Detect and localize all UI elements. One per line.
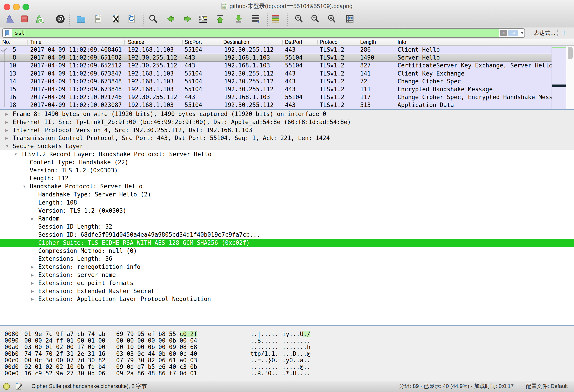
status-profile[interactable]: 配置文件: Default (526, 380, 568, 392)
detail-row[interactable]: Session ID Length: 32 (0, 223, 574, 231)
filter-bookmark-button[interactable] (4, 30, 11, 37)
zoom-in-button[interactable] (294, 14, 305, 25)
capture-comment-button[interactable] (15, 383, 23, 392)
hex-row[interactable]: 00d0 02 01 02 02 10 0b fd b4 09 0a d7 b5… (0, 364, 574, 370)
zoom-out-button[interactable] (310, 14, 321, 25)
filter-apply-button[interactable]: ➜ (508, 30, 518, 37)
column-header-srcport[interactable]: SrcPort (184, 39, 202, 45)
packet-list-pane[interactable]: 5 2017-04-09 11:02:09.408461 192.168.1.1… (0, 46, 552, 109)
detail-row[interactable]: Length: 108 (0, 199, 574, 207)
expander-icon[interactable]: ▼ (5, 142, 12, 150)
expander-icon[interactable]: ▶ (5, 118, 12, 126)
packet-row[interactable]: 8 2017-04-09 11:02:09.651682 192.30.255.… (0, 54, 552, 62)
column-separator[interactable] (182, 39, 183, 44)
go-first-packet-button[interactable] (215, 14, 226, 25)
detail-row[interactable]: Length: 112 (0, 174, 574, 183)
column-header-length[interactable]: Length (360, 39, 376, 45)
expander-icon[interactable]: ▼ (14, 150, 20, 158)
reload-file-button[interactable] (126, 14, 137, 25)
expander-icon[interactable]: ▶ (31, 263, 37, 271)
column-separator[interactable] (395, 39, 395, 44)
column-separator[interactable] (221, 39, 221, 44)
packet-row[interactable]: 16 2017-04-09 11:02:10.021746 192.30.255… (0, 93, 552, 101)
resize-columns-button[interactable] (345, 14, 356, 25)
column-separator[interactable] (282, 39, 283, 44)
scrollbar-thumb[interactable] (568, 47, 573, 59)
display-filter-input[interactable]: ssl ✕ ➜ ▾ (2, 28, 525, 38)
detail-row[interactable]: ▶ Extension: renegotiation_info (0, 263, 574, 271)
capture-options-button[interactable] (55, 14, 66, 25)
column-header-time[interactable]: Time (30, 39, 41, 45)
packet-row[interactable]: 14 2017-04-09 11:02:09.673848 192.168.1.… (0, 77, 552, 85)
expander-icon[interactable]: ▶ (5, 134, 12, 142)
column-separator[interactable] (358, 39, 358, 44)
expander-icon[interactable]: ▶ (31, 215, 37, 223)
expander-icon[interactable]: ▶ (31, 287, 37, 295)
column-separator[interactable] (317, 39, 318, 44)
save-file-button[interactable] (93, 14, 104, 25)
expander-icon[interactable]: ▶ (5, 110, 12, 118)
hex-row[interactable]: 00c0 00 0c 3d 00 07 7d 30 82 07 79 30 82… (0, 357, 574, 364)
expander-icon[interactable]: ▶ (31, 271, 37, 279)
column-header-protocol[interactable]: Protocol (320, 39, 339, 45)
column-header-source[interactable]: Source (128, 39, 144, 45)
go-forward-button[interactable] (183, 14, 194, 25)
add-filter-button[interactable]: + (562, 27, 566, 39)
hex-row[interactable]: 00e0 16 c9 52 9a 27 30 0d 06 09 2a 86 48… (0, 370, 574, 377)
column-header-dstport[interactable]: DstPort (285, 39, 302, 45)
detail-row[interactable]: Session ID: 68dfe5f091d0450a4ea49a9805cd… (0, 231, 574, 239)
column-header-destination[interactable]: Destination (223, 39, 249, 45)
expression-button[interactable]: 表达式… (534, 27, 555, 39)
packet-row[interactable]: 5 2017-04-09 11:02:09.408461 192.168.1.1… (0, 46, 552, 54)
open-file-button[interactable] (76, 14, 87, 25)
stop-capture-button[interactable] (19, 14, 30, 25)
packet-list-scrollbar[interactable] (566, 46, 574, 109)
detail-row[interactable]: Cipher Suite: TLS_ECDHE_RSA_WITH_AES_128… (0, 239, 574, 247)
detail-row[interactable]: ▶ Internet Protocol Version 4, Src: 192.… (0, 126, 574, 134)
close-file-button[interactable] (111, 14, 122, 25)
column-header-no[interactable]: No. (2, 39, 10, 45)
packet-row[interactable]: 18 2017-04-09 11:02:10.023087 192.168.1.… (0, 101, 552, 109)
detail-row[interactable]: ▶ Extension: server_name (0, 271, 574, 279)
detail-row[interactable]: ▼ Secure Sockets Layer (0, 142, 574, 150)
expander-icon[interactable]: ▶ (31, 279, 37, 287)
intelligent-scrollbar-minimap[interactable] (552, 46, 566, 109)
detail-row[interactable]: ▶ Transmission Control Protocol, Src Por… (0, 134, 574, 142)
auto-scroll-button[interactable] (251, 14, 262, 25)
start-capture-button[interactable] (5, 14, 16, 25)
find-packet-button[interactable] (148, 14, 159, 25)
detail-row[interactable]: Version: TLS 1.2 (0x0303) (0, 167, 574, 175)
packet-details-pane[interactable]: ▶ Frame 8: 1490 bytes on wire (11920 bit… (0, 110, 574, 325)
hex-row[interactable]: 00a0 03 00 01 02 00 17 00 00 00 10 00 0b… (0, 344, 574, 350)
packet-bytes-pane[interactable]: 0080 01 9e 7c 9f a7 cb 74 ab 69 79 95 ef… (0, 326, 574, 380)
filter-history-dropdown-icon[interactable]: ▾ (521, 29, 523, 37)
detail-row[interactable]: ▶ Frame 8: 1490 bytes on wire (11920 bit… (0, 110, 574, 118)
expander-icon[interactable]: ▶ (5, 126, 12, 134)
column-separator[interactable] (124, 39, 125, 44)
detail-row[interactable]: ▶ Extension: ec_point_formats (0, 279, 574, 287)
restart-capture-button[interactable] (35, 14, 46, 25)
expert-info-button[interactable] (3, 383, 10, 390)
detail-row[interactable]: Handshake Type: Server Hello (2) (0, 191, 574, 199)
detail-row[interactable]: ▶ Random (0, 215, 574, 223)
detail-row[interactable]: Content Type: Handshake (22) (0, 158, 574, 167)
zoom-original-button[interactable] (327, 14, 338, 25)
filter-value[interactable]: ssl (15, 29, 24, 37)
hex-row[interactable]: 0080 01 9e 7c 9f a7 cb 74 ab 69 79 95 ef… (0, 331, 574, 337)
go-last-packet-button[interactable] (234, 14, 245, 25)
go-to-packet-button[interactable] (198, 14, 209, 25)
detail-row[interactable]: Extensions Length: 36 (0, 255, 574, 263)
detail-row[interactable]: Compression Method: null (0) (0, 247, 574, 255)
detail-row[interactable]: ▶ Ethernet II, Src: Tp-LinkT_2b:9f:00 (b… (0, 118, 574, 126)
expander-icon[interactable]: ▶ (31, 295, 37, 303)
column-separator[interactable] (27, 39, 28, 44)
detail-row[interactable]: ▼ Handshake Protocol: Server Hello (0, 183, 574, 191)
filter-clear-button[interactable]: ✕ (500, 30, 507, 37)
expander-icon[interactable]: ▼ (22, 183, 29, 191)
detail-row[interactable]: Version: TLS 1.2 (0x0303) (0, 207, 574, 215)
go-back-button[interactable] (166, 14, 177, 25)
detail-row[interactable]: ▶ Extension: Extended Master Secret (0, 287, 574, 295)
hex-row[interactable]: 0090 00 00 24 ff 01 00 01 00 00 00 00 00… (0, 337, 574, 344)
column-header-info[interactable]: Info (397, 39, 406, 45)
colorize-packets-button[interactable] (270, 14, 281, 25)
